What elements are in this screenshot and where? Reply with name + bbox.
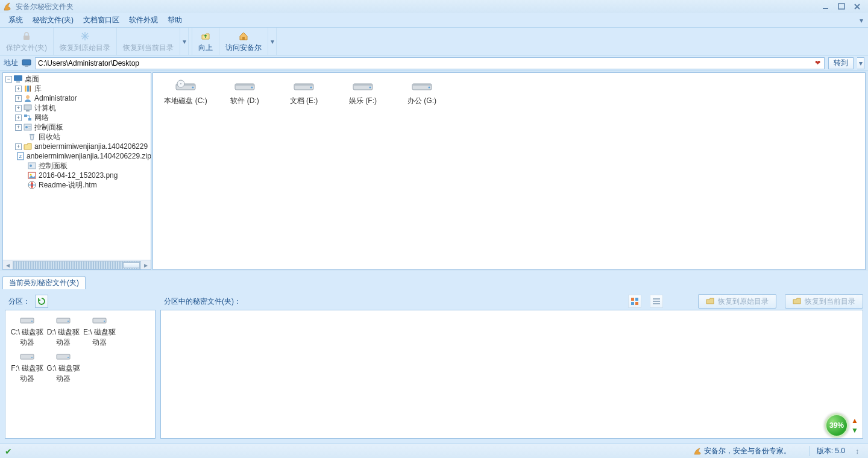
drive-icon (92, 315, 107, 325)
menu-help[interactable]: 帮助 (163, 14, 187, 27)
svg-point-17 (25, 126, 28, 128)
tree-node[interactable]: +网络 (3, 113, 151, 122)
drive-icon (20, 315, 34, 325)
svg-point-26 (30, 174, 32, 176)
tree-root[interactable]: − 桌面 (3, 74, 151, 84)
view-list-button[interactable] (650, 295, 663, 308)
tree-node[interactable]: +计算机 (3, 103, 151, 113)
status-scroll-icon[interactable]: ↕ (851, 447, 863, 456)
drive-item[interactable]: 本地磁盘 (C:) (162, 79, 210, 106)
expand-icon[interactable]: + (15, 105, 22, 111)
refresh-button[interactable] (35, 295, 48, 308)
go-button[interactable]: 转到 (828, 57, 854, 69)
svg-rect-8 (25, 86, 27, 92)
scroll-track[interactable] (13, 261, 141, 269)
maximize-button[interactable] (837, 2, 846, 11)
toolbar-dropdown-2[interactable]: ▾ (268, 28, 277, 55)
favorite-icon[interactable]: ❤ (813, 59, 822, 67)
secret-files-label: 分区中的秘密文件(夹)： (164, 296, 241, 307)
expand-icon[interactable]: + (15, 124, 22, 131)
folder-tree[interactable]: − 桌面 +库 +Administrator +计算机 +网络 +控制面板 回收… (3, 73, 151, 260)
menu-skin[interactable]: 软件外观 (124, 14, 163, 27)
restore-original-button-lower[interactable]: 恢复到原始目录 (698, 294, 776, 309)
app-icon (693, 447, 702, 456)
svg-point-24 (30, 165, 32, 167)
tree-node[interactable]: 2016-04-12_152023.png (3, 171, 151, 180)
tree-node[interactable]: +控制面板 (3, 122, 151, 132)
restore-original-button[interactable]: 恢复到原始目录 (54, 28, 117, 55)
toolbar-dropdown-1[interactable]: ▾ (180, 28, 189, 55)
menu-secret[interactable]: 秘密文件(夹) (28, 14, 78, 27)
partition-item[interactable]: D:\ 磁盘驱动器 (46, 315, 80, 348)
restore-current-button[interactable]: 恢复到当前目录 (117, 28, 180, 55)
partition-item[interactable]: E:\ 磁盘驱动器 (83, 315, 116, 348)
partition-grid[interactable]: C:\ 磁盘驱动器 D:\ 磁盘驱动器 E:\ 磁盘驱动器 F:\ 磁盘驱动器 … (5, 310, 156, 439)
drive-item[interactable]: 办公 (G:) (398, 79, 446, 106)
partition-item[interactable]: F:\ 磁盘驱动器 (10, 351, 44, 384)
file-pane[interactable]: 本地磁盘 (C:) 软件 (D:) 文档 (E:) 娱乐 (F:) 办公 (G:… (153, 72, 866, 270)
scroll-thumb[interactable] (123, 262, 140, 268)
drive-item[interactable]: 娱乐 (F:) (339, 79, 387, 106)
address-field[interactable]: ❤ (35, 57, 825, 69)
menu-docarea[interactable]: 文档窗口区 (78, 14, 124, 27)
address-input[interactable] (38, 59, 813, 67)
tab-current-secret[interactable]: 当前类别秘密文件(夹) (2, 276, 86, 289)
svg-rect-53 (57, 354, 70, 359)
library-icon (23, 84, 33, 93)
svg-rect-9 (27, 86, 29, 92)
svg-rect-34 (235, 84, 254, 86)
svg-rect-43 (412, 84, 432, 86)
partition-label: 分区： (8, 296, 30, 307)
go-dropdown[interactable]: ▾ (857, 57, 864, 69)
status-slogan: 安备尔，安全与备份专家。 (693, 446, 791, 456)
view-icons-button[interactable] (628, 295, 641, 308)
drive-icon (352, 79, 374, 92)
svg-rect-4 (22, 60, 31, 65)
partition-item[interactable]: G:\ 磁盘驱动器 (46, 351, 80, 384)
user-icon (23, 93, 33, 103)
close-button[interactable] (852, 2, 862, 11)
secret-file-list[interactable] (160, 310, 863, 439)
window-controls (821, 2, 866, 11)
html-icon (27, 180, 37, 190)
home-icon (237, 30, 250, 42)
svg-point-46 (31, 321, 33, 322)
collapse-icon[interactable]: − (5, 76, 12, 83)
minimize-button[interactable] (821, 2, 831, 11)
tree-node[interactable]: +anbeiermimiwenjianjia.1404206229 (3, 142, 151, 151)
drive-item[interactable]: 文档 (E:) (280, 79, 328, 106)
tree-node[interactable]: +Administrator (3, 93, 151, 103)
svg-rect-59 (653, 298, 660, 300)
protect-button[interactable]: 保护文件(夹) (0, 28, 54, 55)
expand-icon[interactable]: + (15, 143, 22, 150)
up-button[interactable]: 向上 (192, 28, 219, 55)
expand-icon[interactable]: + (15, 114, 22, 121)
svg-rect-20 (30, 134, 34, 135)
scroll-left-icon[interactable]: ◂ (3, 261, 13, 269)
svg-rect-6 (14, 75, 22, 81)
tree-node[interactable]: +库 (3, 84, 151, 93)
splitter[interactable] (0, 271, 868, 276)
menu-system[interactable]: 系统 (4, 14, 28, 27)
tree-node[interactable]: 控制面板 (3, 161, 151, 171)
svg-rect-60 (653, 301, 660, 302)
svg-point-52 (31, 357, 33, 358)
menu-overflow-icon[interactable]: ▾ (858, 16, 864, 25)
partition-item[interactable]: C:\ 磁盘驱动器 (10, 315, 44, 348)
version-label: 版本: 5.0 (809, 446, 845, 456)
expand-icon[interactable]: + (15, 86, 22, 92)
tree-node[interactable]: 回收站 (3, 132, 151, 142)
svg-point-32 (180, 83, 181, 84)
svg-rect-37 (294, 84, 313, 86)
svg-rect-13 (26, 110, 30, 111)
window-title: 安备尔秘密文件夹 (16, 2, 821, 12)
expand-icon[interactable]: + (15, 95, 22, 102)
tree-node[interactable]: Readme-说明.htm (3, 180, 151, 190)
scroll-right-icon[interactable]: ▸ (141, 261, 151, 269)
tree-node[interactable]: Zanbeiermimiwenjianjia.1404206229.zip (3, 151, 151, 161)
visit-button[interactable]: 访问安备尔 (219, 28, 268, 55)
restore-current-button-lower[interactable]: 恢复到当前目录 (785, 294, 863, 309)
tree-hscrollbar[interactable]: ◂ ▸ (3, 260, 151, 269)
usage-badge[interactable]: 39% ▲▼ (825, 411, 863, 440)
drive-item[interactable]: 软件 (D:) (221, 79, 269, 106)
